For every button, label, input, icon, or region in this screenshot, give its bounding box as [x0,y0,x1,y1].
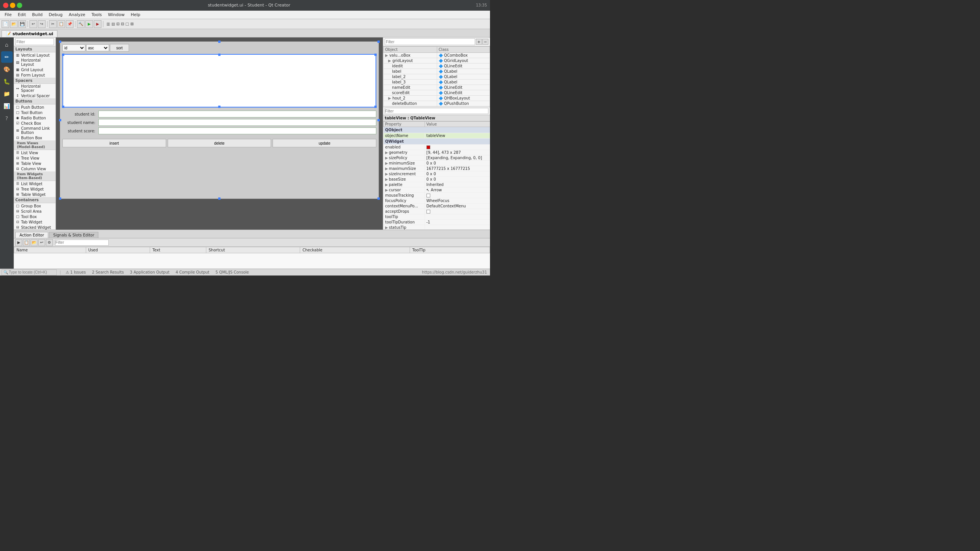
minimize-button[interactable] [10,3,15,8]
student-score-input[interactable] [98,127,376,134]
insert-button[interactable]: insert [62,139,166,147]
toolbar-paste[interactable]: 📌 [66,20,74,28]
design-canvas[interactable]: id asc sort [56,37,383,230]
action-filter-input[interactable] [55,240,109,246]
toolbar-undo[interactable]: ↩ [29,20,37,28]
widget-table-view[interactable]: ⊞Table View [14,161,56,166]
toolbar-copy[interactable]: 📋 [57,20,65,28]
table-row[interactable]: label_3 🔷 QLabel [384,80,490,85]
table-row[interactable]: nameEdit 🔷 QLineEdit [384,85,490,90]
handle-br[interactable] [377,197,380,200]
menu-debug[interactable]: Debug [46,11,65,18]
file-tab[interactable]: 📝 studentwidget.ui [2,30,57,37]
menu-analyze[interactable]: Analyze [66,11,88,18]
table-view-widget[interactable] [62,54,376,108]
menu-window[interactable]: Window [105,11,127,18]
menu-build[interactable]: Build [29,11,46,18]
acceptdrops-checkbox[interactable] [426,210,430,214]
widget-group-box[interactable]: □Group Box [14,203,56,209]
widget-push-button[interactable]: □Push Button [14,104,56,110]
sidebar-projects[interactable]: 📁 [1,88,13,99]
update-button[interactable]: update [273,139,376,147]
handle-tm[interactable] [218,41,220,43]
status-qml[interactable]: 5 QML/JS Console [214,270,250,274]
widget-horizontal-layout[interactable]: ▤Horizontal Layout [14,58,56,67]
sort-dir-select[interactable]: asc [86,44,109,51]
prop-row[interactable]: ▶baseSize 0 x 0 [384,177,490,182]
prop-row[interactable]: ▶sizeIncrement 0 x 0 [384,171,490,177]
toolbar-build[interactable]: 🔨 [77,20,85,28]
table-row[interactable]: ▶ valu...oBox 🔷 QComboBox [384,53,490,58]
handle-mr[interactable] [377,119,380,121]
widget-list-widget[interactable]: ☰List Widget [14,181,56,186]
delete-button[interactable]: delete [168,139,271,147]
widget-vertical-layout[interactable]: ▥Vertical Layout [14,52,56,58]
widget-filter-input[interactable] [15,38,54,45]
table-row[interactable]: label 🔷 QLabel [384,69,490,74]
toolbar-cut[interactable]: ✂ [49,20,57,28]
close-button[interactable] [3,3,8,8]
object-filter-input[interactable] [385,38,475,45]
sidebar-help[interactable]: ? [1,112,13,124]
action-undo-btn[interactable]: ↩ [38,239,45,246]
toolbar-debug-run[interactable]: ▶ [94,20,101,28]
widget-command-link[interactable]: ⊞Command Link Button [14,126,56,135]
toolbar-open[interactable]: 📂 [10,20,18,28]
signals-slots-tab[interactable]: Signals & Slots Editor [49,232,98,238]
prop-row[interactable]: ▶maximumSize 16777215 x 16777215 [384,166,490,171]
prop-row[interactable]: ▶geometry [9, 44], 473 x 287 [384,150,490,155]
student-name-input[interactable] [98,119,376,126]
prop-row[interactable]: enabled [384,145,490,150]
table-row[interactable]: label_2 🔷 QLabel [384,74,490,80]
student-id-input[interactable] [98,111,376,117]
action-settings-btn[interactable]: ⚙ [46,239,53,246]
prop-row[interactable]: toolTipDuration -1 [384,220,490,225]
prop-row[interactable]: ▶sizePolicy [Expanding, Expanding, 0, 0] [384,155,490,161]
handle-bl[interactable] [59,197,61,200]
action-copy-btn[interactable]: 📋 [23,239,30,246]
widget-column-view[interactable]: ⊟Column View [14,166,56,171]
tv-handle-tl[interactable] [62,54,64,56]
menu-file[interactable]: File [2,11,15,18]
handle-tl[interactable] [59,41,61,43]
toolbar-new[interactable]: 📄 [2,20,9,28]
widget-button-box[interactable]: ⊡Button Box [14,135,56,140]
widget-tree-widget[interactable]: ⊟Tree Widget [14,186,56,192]
menu-edit[interactable]: Edit [15,11,29,18]
toolbar-save[interactable]: 💾 [18,20,26,28]
sidebar-welcome[interactable]: ⌂ [1,39,13,51]
sidebar-design[interactable]: 🎨 [1,64,13,75]
prop-row[interactable]: acceptDrops [384,209,490,214]
table-row[interactable]: deleteButton 🔷 QPushButton [384,101,490,106]
maximize-button[interactable] [17,3,22,8]
widget-grid-layout[interactable]: ▦Grid Layout [14,67,56,72]
tv-handle-tm[interactable] [218,54,220,56]
table-row[interactable]: idedit 🔷 QLineEdit [384,64,490,69]
widget-vspacer[interactable]: ↕Vertical Spacer [14,93,56,98]
table-row[interactable]: scoreEdit 🔷 QLineEdit [384,90,490,96]
status-issues[interactable]: ⚠ 1 Issues [64,270,87,274]
menu-help[interactable]: Help [127,11,143,18]
status-compile[interactable]: 4 Compile Output [174,270,211,274]
locate-input[interactable] [9,270,55,274]
filter-remove-btn[interactable]: − [482,39,488,45]
prop-filter-input[interactable] [385,108,488,114]
widget-form-layout[interactable]: ▤Form Layout [14,72,56,78]
action-open-btn[interactable]: 📂 [31,239,38,246]
widget-tool-button[interactable]: □Tool Button [14,110,56,115]
sidebar-analyze[interactable]: 📊 [1,100,13,112]
prop-row[interactable]: mouseTracking [384,193,490,198]
widget-list-view[interactable]: ☰List View [14,150,56,155]
action-editor-tab[interactable]: Action Editor [15,232,48,238]
sort-button[interactable]: sort [110,44,129,52]
widget-stacked-widget[interactable]: ⊟Stacked Widget [14,225,56,230]
widget-check-box[interactable]: ☑Check Box [14,121,56,126]
tv-handle-br[interactable] [374,106,377,108]
widget-tab-widget[interactable]: ⊡Tab Widget [14,219,56,225]
toolbar-run[interactable]: ▶ [85,20,93,28]
table-row[interactable]: ▶ gridLayout 🔷 QGridLayout [384,58,490,64]
mousetracking-checkbox[interactable] [426,194,430,197]
handle-ml[interactable] [59,119,61,121]
prop-row[interactable]: ▶palette Inherited [384,182,490,187]
prop-row[interactable]: contextMenuPo... DefaultContextMenu [384,204,490,209]
